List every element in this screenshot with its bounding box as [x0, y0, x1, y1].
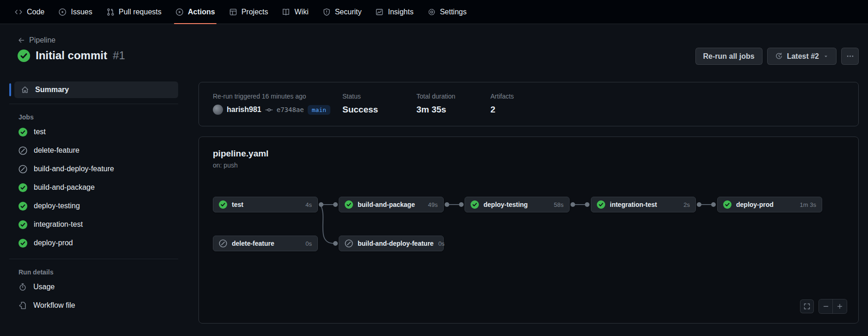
duration-value: 3m 35s [416, 105, 490, 115]
play-circle-icon [175, 8, 184, 16]
actor-login[interactable]: harish981 [227, 106, 261, 114]
job-name: delete-feature [34, 146, 80, 155]
nav-tab-projects[interactable]: Projects [222, 0, 275, 24]
chevron-down-icon [823, 54, 829, 59]
graph-node-deploy-testing[interactable]: deploy-testing 58s [465, 197, 570, 212]
node-label: test [232, 201, 243, 208]
head-actions: Re-run all jobs Latest #2 [695, 48, 859, 65]
nav-tab-label: Pull requests [119, 8, 162, 16]
success-check-icon [597, 200, 605, 209]
nav-tab-actions[interactable]: Actions [168, 0, 222, 24]
sidebar-job-deploy-testing[interactable]: deploy-testing [9, 197, 178, 215]
graph-node-build-and-package[interactable]: build-and-package 49s [339, 197, 444, 212]
node-duration: 58s [554, 201, 564, 208]
sidebar-item-usage[interactable]: Usage [9, 278, 178, 296]
node-duration: 49s [428, 201, 438, 208]
duration-label: Total duration [416, 93, 490, 100]
avatar[interactable] [213, 105, 223, 115]
zoom-group [818, 299, 847, 314]
nav-tab-label: Wiki [294, 8, 308, 16]
run-details-label: Workflow file [33, 301, 75, 310]
run-details-heading: Run details [19, 268, 178, 276]
node-label: build-and-deploy-feature [358, 240, 434, 247]
workflow-head: pipeline.yaml on: push [199, 137, 858, 169]
nav-tab-issues[interactable]: Issues [51, 0, 99, 24]
selected-accent-bar [9, 83, 11, 96]
sidebar-job-delete-feature[interactable]: delete-feature [9, 141, 178, 160]
plus-icon [836, 303, 843, 310]
artifacts-column: Artifacts 2 [490, 93, 564, 115]
arrow-left-icon [18, 37, 25, 44]
zoom-in-button[interactable] [833, 299, 847, 313]
job-name: integration-test [34, 220, 83, 229]
artifacts-count: 2 [490, 105, 564, 115]
graph-node-integration-test[interactable]: integration-test 2s [591, 197, 696, 212]
commit-sha-link[interactable]: e7348ae [277, 106, 304, 113]
sidebar-item-summary[interactable]: Summary [9, 81, 178, 98]
job-name: build-and-package [34, 183, 95, 192]
node-label: deploy-prod [736, 201, 774, 208]
kebab-horizontal-icon [846, 52, 854, 60]
attempt-selector-button[interactable]: Latest #2 [767, 48, 837, 65]
nav-tab-insights[interactable]: Insights [368, 0, 420, 24]
status-column: Status Success [342, 93, 416, 115]
graph-node-deploy-prod[interactable]: deploy-prod 1m 3s [717, 197, 822, 212]
skipped-icon [19, 165, 27, 174]
success-check-icon [19, 183, 27, 192]
issue-opened-icon [58, 8, 67, 16]
table-icon [229, 8, 237, 16]
status-label: Status [342, 93, 416, 100]
graph-node-build-and-deploy-feature[interactable]: build-and-deploy-feature 0s [339, 236, 444, 251]
sidebar-job-deploy-prod[interactable]: deploy-prod [9, 234, 178, 252]
trigger-text: Re-run triggered 16 minutes ago [213, 93, 342, 100]
sidebar-item-workflow-file[interactable]: Workflow file [9, 296, 178, 315]
nav-tab-security[interactable]: Security [316, 0, 369, 24]
page-head: Pipeline Initial commit #1 Re-run all jo… [0, 24, 868, 62]
sidebar-job-build-and-package[interactable]: build-and-package [9, 178, 178, 197]
skipped-icon [19, 146, 27, 155]
zoom-out-button[interactable] [819, 299, 833, 313]
minus-icon [822, 303, 830, 310]
workflow-file-name: pipeline.yaml [213, 149, 844, 159]
sidebar-summary-label: Summary [35, 86, 69, 94]
jobs-heading: Jobs [19, 113, 178, 121]
graph-node-delete-feature[interactable]: delete-feature 0s [213, 236, 318, 251]
book-icon [282, 8, 290, 16]
node-label: deploy-testing [484, 201, 528, 208]
nav-tab-label: Issues [71, 8, 92, 16]
success-check-icon [19, 202, 27, 211]
nav-tab-code[interactable]: Code [7, 0, 51, 24]
sidebar-divider [9, 104, 178, 104]
success-check-icon [19, 128, 27, 137]
sidebar-job-integration-test[interactable]: integration-test [9, 215, 178, 234]
job-name: build-and-deploy-feature [34, 165, 114, 173]
node-label: build-and-package [358, 201, 415, 208]
breadcrumb-back-link[interactable]: Pipeline [18, 36, 56, 44]
nav-tab-wiki[interactable]: Wiki [275, 0, 315, 24]
nav-tab-label: Insights [388, 8, 413, 16]
node-label: integration-test [610, 201, 657, 208]
sidebar: Summary Jobs test delete-feature build-a… [9, 69, 178, 324]
sidebar-job-test[interactable]: test [9, 123, 178, 141]
actor-row: harish981 e7348ae main [213, 105, 342, 115]
nav-tab-settings[interactable]: Settings [421, 0, 474, 24]
branch-badge[interactable]: main [308, 105, 330, 115]
content: Summary Jobs test delete-feature build-a… [0, 69, 868, 324]
graph-icon [375, 8, 384, 16]
nav-tab-label: Projects [242, 8, 268, 16]
skipped-icon [345, 239, 353, 248]
rerun-all-jobs-button[interactable]: Re-run all jobs [695, 48, 763, 65]
job-name: deploy-prod [34, 239, 73, 247]
main-panel: Re-run triggered 16 minutes ago harish98… [198, 69, 859, 324]
fullscreen-button[interactable] [800, 299, 814, 313]
nav-tab-pull-requests[interactable]: Pull requests [99, 0, 169, 24]
node-duration: 4s [305, 201, 312, 208]
graph-zoom-controls [800, 299, 847, 314]
skipped-icon [219, 239, 227, 248]
sidebar-job-build-and-deploy-feature[interactable]: build-and-deploy-feature [9, 160, 178, 178]
graph-node-test[interactable]: test 4s [213, 197, 318, 212]
run-summary-card: Re-run triggered 16 minutes ago harish98… [198, 82, 859, 126]
fullscreen-icon [803, 303, 811, 310]
more-options-button[interactable] [841, 48, 859, 65]
trigger-column: Re-run triggered 16 minutes ago harish98… [213, 93, 342, 115]
